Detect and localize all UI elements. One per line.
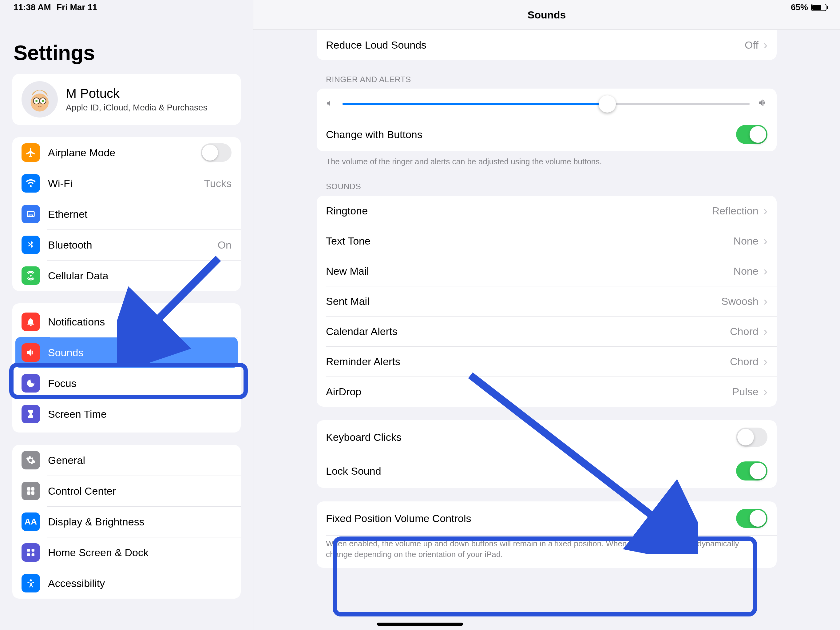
- svg-point-18: [30, 579, 32, 581]
- status-date: Fri Mar 11: [57, 2, 97, 12]
- sidebar-item-ethernet[interactable]: Ethernet: [12, 199, 241, 230]
- status-time: 11:38 AM: [14, 2, 51, 12]
- battery-icon: [811, 4, 826, 11]
- sidebar-item-control-center[interactable]: Control Center: [12, 476, 241, 507]
- display-label: Display & Brightness: [48, 516, 232, 528]
- slider-track[interactable]: [343, 103, 750, 105]
- row-ringtone[interactable]: Ringtone Reflection›: [317, 196, 777, 226]
- row-keyboard-clicks[interactable]: Keyboard Clicks: [317, 420, 777, 454]
- sidebar-item-display[interactable]: AA Display & Brightness: [12, 507, 241, 537]
- notifications-label: Notifications: [48, 316, 232, 328]
- sound-item-value: Pulse: [733, 386, 758, 398]
- svg-rect-12: [27, 491, 30, 495]
- sound-item-label: Sent Mail: [326, 295, 369, 307]
- change-buttons-toggle[interactable]: [736, 125, 767, 144]
- focus-label: Focus: [48, 377, 232, 389]
- svg-rect-16: [27, 553, 30, 556]
- accessibility-icon: [22, 574, 40, 592]
- row-reminder-alerts[interactable]: Reminder Alerts Chord›: [317, 347, 777, 377]
- reduce-loud-value: Off: [745, 39, 758, 51]
- sidebar-item-notifications[interactable]: Notifications: [15, 306, 238, 337]
- sounds-label: Sounds: [48, 347, 232, 359]
- home-indicator: [377, 623, 463, 626]
- sidebar-item-general[interactable]: General: [12, 445, 241, 476]
- status-bar: 11:38 AM Fri Mar 11 65%: [0, 0, 840, 15]
- general-icon: [22, 451, 40, 469]
- sound-item-value: None: [733, 265, 758, 277]
- volume-low-icon: [326, 98, 335, 110]
- page-title: Settings: [14, 41, 241, 65]
- keyboard-clicks-label: Keyboard Clicks: [326, 431, 401, 443]
- sound-item-value: Swoosh: [721, 295, 758, 307]
- ethernet-label: Ethernet: [48, 208, 232, 220]
- sidebar-item-screen-time[interactable]: Screen Time: [15, 399, 238, 429]
- row-new-mail[interactable]: New Mail None›: [317, 256, 777, 286]
- profile-name: M Potuck: [66, 86, 208, 101]
- wifi-label: Wi-Fi: [48, 177, 204, 190]
- slider-thumb[interactable]: [598, 95, 616, 112]
- volume-high-icon: [758, 98, 767, 110]
- sidebar-item-focus[interactable]: Focus: [15, 368, 238, 399]
- sound-item-label: Reminder Alerts: [326, 356, 400, 367]
- sound-item-value: Chord: [730, 356, 758, 367]
- chevron-right-icon: ›: [763, 385, 767, 399]
- lock-sound-toggle[interactable]: [736, 461, 767, 481]
- avatar: [22, 81, 58, 117]
- sound-item-label: Calendar Alerts: [326, 326, 397, 337]
- ethernet-icon: [22, 205, 40, 223]
- keyboard-clicks-toggle[interactable]: [736, 427, 767, 446]
- chevron-right-icon: ›: [763, 294, 767, 308]
- row-text-tone[interactable]: Text Tone None›: [317, 226, 777, 256]
- sidebar-item-bluetooth[interactable]: Bluetooth On: [12, 230, 241, 260]
- settings-sidebar: Settings M Potuck Apple ID, iCloud, Medi…: [0, 0, 253, 630]
- fpvc-footer: When enabled, the volume up and down but…: [326, 538, 767, 560]
- svg-rect-10: [27, 487, 30, 491]
- sidebar-item-wifi[interactable]: Wi-Fi Tucks: [12, 168, 241, 199]
- focus-icon: [22, 374, 40, 393]
- svg-rect-15: [32, 549, 35, 552]
- control-center-label: Control Center: [48, 485, 232, 497]
- chevron-right-icon: ›: [763, 204, 767, 218]
- fpvc-toggle[interactable]: [736, 509, 767, 528]
- row-airdrop[interactable]: AirDrop Pulse›: [317, 377, 777, 407]
- svg-rect-14: [27, 549, 30, 552]
- profile-card[interactable]: M Potuck Apple ID, iCloud, Media & Purch…: [12, 74, 241, 125]
- sounds-icon: [22, 343, 40, 362]
- chevron-right-icon: ›: [763, 234, 767, 248]
- row-reduce-loud[interactable]: Reduce Loud Sounds Off›: [317, 30, 777, 60]
- sidebar-item-home-screen[interactable]: Home Screen & Dock: [12, 537, 241, 568]
- screen-time-icon: [22, 405, 40, 423]
- row-fixed-position-volume[interactable]: Fixed Position Volume Controls: [317, 502, 777, 535]
- sound-item-label: New Mail: [326, 265, 369, 277]
- sidebar-item-sounds[interactable]: Sounds: [15, 337, 238, 368]
- sound-item-value: None: [733, 235, 758, 247]
- cellular-icon: [22, 266, 40, 285]
- sidebar-item-airplane[interactable]: Airplane Mode: [12, 137, 241, 168]
- ringer-volume-slider[interactable]: [317, 89, 777, 117]
- sidebar-item-accessibility[interactable]: Accessibility: [12, 568, 241, 598]
- ringer-footer: The volume of the ringer and alerts can …: [317, 151, 777, 167]
- svg-point-3: [35, 100, 38, 102]
- reduce-loud-label: Reduce Loud Sounds: [326, 39, 426, 51]
- sound-item-label: Ringtone: [326, 205, 368, 217]
- sounds-header: SOUNDS: [317, 167, 777, 196]
- chevron-right-icon: ›: [763, 355, 767, 369]
- change-buttons-label: Change with Buttons: [326, 128, 422, 141]
- row-lock-sound[interactable]: Lock Sound: [317, 454, 777, 488]
- general-label: General: [48, 454, 232, 466]
- airplane-label: Airplane Mode: [48, 147, 201, 159]
- airplane-toggle[interactable]: [201, 143, 232, 162]
- bluetooth-value: On: [218, 239, 232, 251]
- airplane-icon: [22, 143, 40, 162]
- sidebar-item-cellular[interactable]: Cellular Data: [12, 260, 241, 291]
- row-calendar-alerts[interactable]: Calendar Alerts Chord›: [317, 316, 777, 347]
- sound-item-label: Text Tone: [326, 235, 371, 247]
- lock-sound-label: Lock Sound: [326, 465, 381, 477]
- svg-rect-11: [31, 487, 35, 491]
- row-change-with-buttons[interactable]: Change with Buttons: [317, 117, 777, 151]
- chevron-right-icon: ›: [763, 38, 767, 52]
- row-sent-mail[interactable]: Sent Mail Swoosh›: [317, 286, 777, 316]
- svg-point-4: [42, 100, 44, 102]
- detail-pane: Sounds Reduce Loud Sounds Off› RINGER AN…: [253, 0, 840, 630]
- profile-subtitle: Apple ID, iCloud, Media & Purchases: [66, 103, 208, 112]
